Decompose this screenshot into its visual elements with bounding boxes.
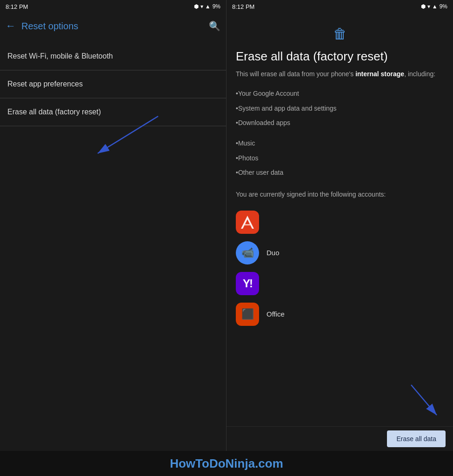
yahoo-icon: Y!	[236, 272, 259, 295]
menu-item-wifi-label: Reset Wi-Fi, mobile & Bluetooth	[7, 52, 113, 60]
right-signal-icon: ▲	[432, 3, 438, 10]
menu-item-app-prefs-label: Reset app preferences	[7, 80, 83, 88]
right-wifi-icon: ▾	[427, 3, 430, 10]
trash-icon-container: 🗑	[236, 20, 444, 49]
watermark-text: HowToDoNinja.com	[170, 456, 283, 471]
adobe-icon	[236, 211, 259, 234]
left-screen: 8:12 PM ⬢ ▾ ▲ 9% ← Reset options 🔍 Reset…	[0, 0, 226, 451]
left-toolbar: ← Reset options 🔍	[0, 13, 226, 39]
erase-description: This will erase all data from your phone…	[236, 69, 444, 79]
signal-icon: ▲	[205, 3, 211, 10]
office-icon: ⬛	[236, 303, 259, 326]
menu-items-list: Reset Wi-Fi, mobile & Bluetooth Reset ap…	[0, 39, 226, 451]
app-row-yahoo: Y!	[236, 268, 444, 299]
app-row-duo: 📹 Duo	[236, 238, 444, 268]
bullet-item-0: •Your Google Account	[236, 86, 444, 101]
right-time: 8:12 PM	[232, 3, 254, 10]
bullet-item-5: •Other user data	[236, 165, 444, 180]
watermark: HowToDoNinja.com	[0, 451, 453, 476]
menu-item-app-prefs[interactable]: Reset app preferences	[0, 71, 226, 98]
erase-title: Erase all data (factory reset)	[236, 49, 444, 64]
back-button[interactable]: ←	[6, 20, 16, 32]
menu-item-factory-reset[interactable]: Erase all data (factory reset)	[0, 99, 226, 126]
app-row-office: ⬛ Office	[236, 299, 444, 330]
office-label: Office	[266, 310, 285, 318]
duo-icon: 📹	[236, 241, 259, 264]
bottom-bar: Erase all data	[226, 426, 453, 451]
accounts-text: You are currently signed into the follow…	[236, 190, 444, 199]
right-battery-text: 9%	[440, 3, 447, 10]
right-content: 🗑 Erase all data (factory reset) This wi…	[226, 13, 453, 426]
page-title: Reset options	[21, 21, 203, 32]
bluetooth-icon: ⬢	[194, 3, 199, 10]
erase-all-data-button[interactable]: Erase all data	[387, 430, 446, 447]
trash-icon: 🗑	[333, 26, 347, 41]
description-bold: internal storage	[355, 70, 404, 78]
right-status-bar: 8:12 PM ⬢ ▾ ▲ 9%	[226, 0, 453, 13]
battery-text: 9%	[213, 3, 220, 10]
bullet-item-3: •Music	[236, 136, 444, 151]
menu-item-wifi[interactable]: Reset Wi-Fi, mobile & Bluetooth	[0, 43, 226, 70]
description-suffix: , including:	[404, 70, 435, 78]
description-normal: This will erase all data from your phone…	[236, 70, 355, 78]
wifi-icon: ▾	[200, 3, 203, 10]
bullet-item-1: •System and app data and settings	[236, 101, 444, 116]
menu-item-factory-reset-label: Erase all data (factory reset)	[7, 108, 101, 116]
left-time: 8:12 PM	[6, 3, 28, 10]
search-button[interactable]: 🔍	[209, 20, 220, 32]
bullet-item-2: •Downloaded apps	[236, 116, 444, 131]
right-bluetooth-icon: ⬢	[421, 3, 426, 10]
app-row-adobe	[236, 207, 444, 238]
left-status-bar: 8:12 PM ⬢ ▾ ▲ 9%	[0, 0, 226, 13]
duo-label: Duo	[266, 249, 280, 257]
left-status-icons: ⬢ ▾ ▲ 9%	[194, 3, 220, 10]
right-screen: 8:12 PM ⬢ ▾ ▲ 9% 🗑 Erase all data (facto…	[226, 0, 453, 451]
svg-rect-4	[245, 224, 250, 225]
right-status-icons: ⬢ ▾ ▲ 9%	[421, 3, 447, 10]
bullet-item-4: •Photos	[236, 151, 444, 166]
